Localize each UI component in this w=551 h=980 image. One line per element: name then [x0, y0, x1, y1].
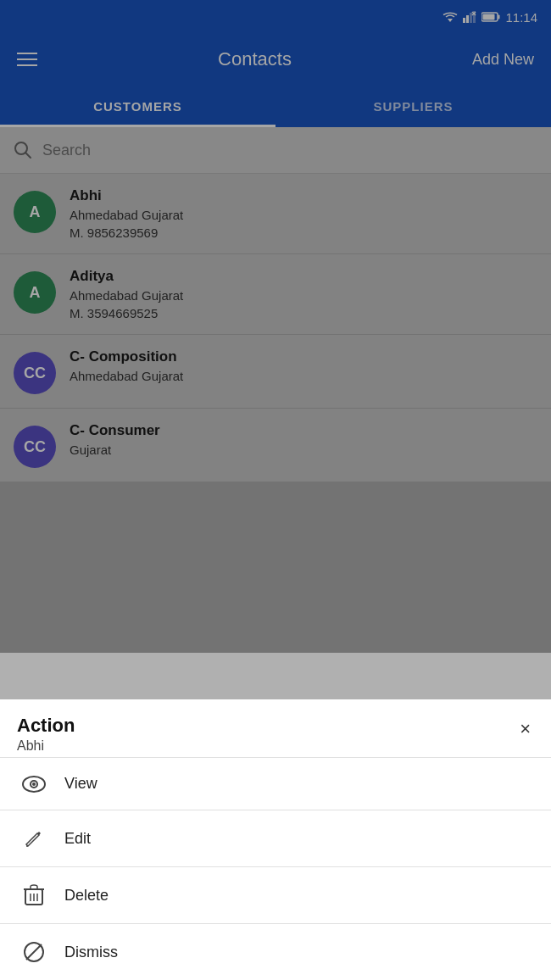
contact-list: A Abhi Ahmedabad Gujarat M. 9856239569 A…: [0, 174, 551, 482]
action-edit-button[interactable]: Edit: [0, 810, 551, 866]
contact-name: Abhi: [70, 187, 183, 204]
hamburger-line-3: [17, 64, 37, 66]
svg-line-11: [25, 153, 31, 158]
svg-marker-0: [448, 19, 453, 22]
contact-info: C- Consumer Gujarat: [70, 422, 160, 457]
svg-point-14: [32, 782, 36, 786]
search-input[interactable]: [42, 142, 537, 159]
contact-location: Ahmedabad Gujarat: [70, 208, 183, 222]
contact-name: C- Consumer: [70, 422, 160, 439]
svg-rect-8: [483, 14, 495, 20]
list-item[interactable]: A Aditya Ahmedabad Gujarat M. 3594669525: [0, 254, 551, 335]
svg-rect-1: [463, 18, 465, 23]
action-view-label: View: [64, 775, 97, 793]
action-delete-label: Delete: [64, 887, 109, 905]
pencil-icon: [20, 827, 47, 849]
action-subtitle: Abhi: [17, 738, 75, 754]
contact-name: C- Composition: [70, 348, 183, 365]
svg-rect-3: [470, 13, 472, 23]
hamburger-line-1: [17, 53, 37, 54]
app-bar: Contacts Add New: [0, 34, 551, 85]
contact-phone: M. 3594669525: [70, 306, 183, 320]
list-item[interactable]: CC C- Consumer Gujarat: [0, 409, 551, 482]
signal-icon: [463, 11, 476, 23]
contact-info: Aditya Ahmedabad Gujarat M. 3594669525: [70, 268, 183, 320]
hamburger-line-2: [17, 58, 37, 60]
action-title: Action: [17, 715, 75, 737]
action-edit-label: Edit: [64, 830, 91, 848]
action-delete-button[interactable]: Delete: [0, 866, 551, 923]
search-icon: [14, 141, 32, 159]
add-new-button[interactable]: Add New: [472, 51, 534, 69]
status-icons: 11:14: [442, 10, 537, 25]
avatar: CC: [14, 352, 56, 394]
contact-location: Ahmedabad Gujarat: [70, 288, 183, 303]
list-item[interactable]: CC C- Composition Ahmedabad Gujarat: [0, 335, 551, 409]
contact-name: Aditya: [70, 268, 183, 285]
hamburger-menu-button[interactable]: [17, 53, 37, 66]
contact-info: Abhi Ahmedabad Gujarat M. 9856239569: [70, 187, 183, 240]
svg-rect-2: [466, 15, 469, 23]
action-dismiss-label: Dismiss: [64, 944, 118, 961]
action-view-button[interactable]: View: [0, 757, 551, 810]
avatar: A: [14, 271, 56, 314]
tab-bar: CUSTOMERS SUPPLIERS: [0, 85, 551, 127]
svg-rect-9: [498, 15, 500, 19]
contact-location: Ahmedabad Gujarat: [70, 369, 183, 383]
eye-icon: [20, 776, 47, 793]
dismiss-icon: [20, 941, 47, 963]
action-sheet: Action Abhi × View Edit: [0, 699, 551, 980]
tab-suppliers[interactable]: SUPPLIERS: [276, 85, 551, 127]
svg-line-22: [26, 944, 42, 960]
status-time: 11:14: [505, 10, 537, 25]
contact-location: Gujarat: [70, 443, 160, 457]
contact-phone: M. 9856239569: [70, 226, 183, 240]
action-title-block: Action Abhi: [17, 715, 75, 754]
action-close-button[interactable]: ×: [516, 715, 534, 743]
contact-info: C- Composition Ahmedabad Gujarat: [70, 348, 183, 383]
status-bar: 11:14: [0, 0, 551, 34]
list-item[interactable]: A Abhi Ahmedabad Gujarat M. 9856239569: [0, 174, 551, 254]
action-dismiss-button[interactable]: Dismiss: [0, 923, 551, 980]
app-title: Contacts: [218, 48, 292, 70]
avatar: A: [14, 191, 56, 233]
avatar: CC: [14, 426, 56, 468]
battery-icon: [481, 12, 500, 22]
wifi-icon: [442, 11, 458, 23]
search-bar: [0, 127, 551, 174]
action-header: Action Abhi ×: [0, 699, 551, 757]
tab-customers[interactable]: CUSTOMERS: [0, 85, 276, 127]
trash-icon: [20, 884, 47, 906]
